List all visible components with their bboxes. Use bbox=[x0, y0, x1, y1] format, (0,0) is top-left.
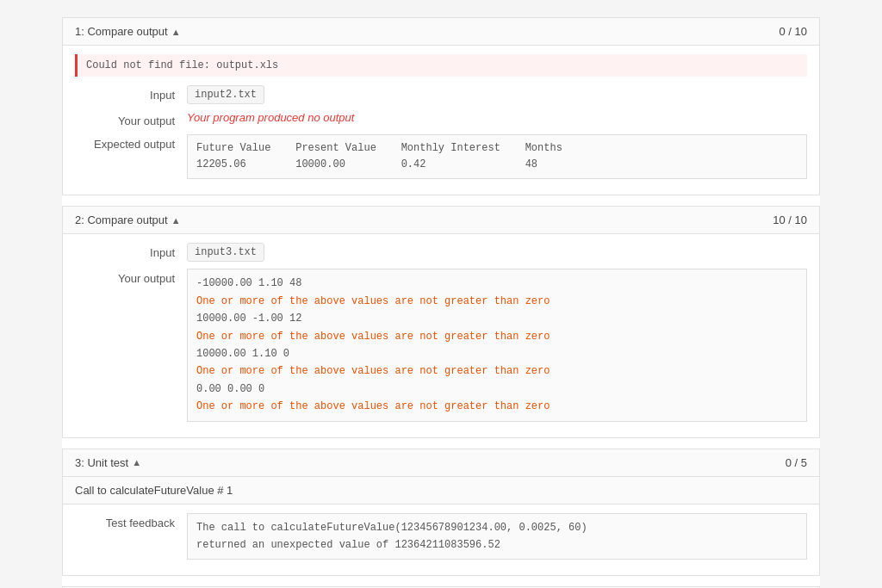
chevron-up-icon: ▲ bbox=[171, 27, 181, 37]
your-output-row-2: Your output -10000.00 1.10 48 One or mor… bbox=[75, 269, 807, 421]
your-output-row: Your output Your program produced no out… bbox=[75, 111, 807, 127]
expected-output-value: Future Value Present Value Monthly Inter… bbox=[187, 134, 807, 179]
input-row: Input input2.txt bbox=[75, 85, 807, 104]
chevron-up-icon-2: ▲ bbox=[171, 215, 181, 226]
your-output-value-2: -10000.00 1.10 48 One or more of the abo… bbox=[187, 269, 807, 421]
your-output-label: Your output bbox=[75, 111, 187, 127]
section-1-header[interactable]: 1: Compare output ▲ 0 / 10 bbox=[63, 18, 819, 46]
expected-output-table: Future Value Present Value Monthly Inter… bbox=[187, 134, 807, 179]
section-1-title: 1: Compare output ▲ bbox=[75, 25, 181, 38]
section-1-score: 0 / 10 bbox=[779, 25, 807, 38]
subsection-3-header: Call to calculateFutureValue # 1 bbox=[63, 477, 819, 504]
expected-output-row: Expected output Future Value Present Val… bbox=[75, 134, 807, 179]
feedback-value-3: The call to calculateFutureValue(1234567… bbox=[187, 513, 807, 560]
section-3-header[interactable]: 3: Unit test ▲ 0 / 5 bbox=[63, 449, 819, 477]
section-3-score: 0 / 5 bbox=[786, 456, 807, 469]
input-label: Input bbox=[75, 85, 187, 102]
feedback-box-3: The call to calculateFutureValue(1234567… bbox=[187, 513, 807, 560]
your-output-value: Your program produced no output bbox=[187, 111, 807, 124]
section-2-title: 2: Compare output ▲ bbox=[75, 214, 181, 226]
section-3: 3: Unit test ▲ 0 / 5 Call to calculateFu… bbox=[62, 449, 820, 577]
section-2: 2: Compare output ▲ 10 / 10 Input input3… bbox=[62, 206, 820, 437]
output-box-2: -10000.00 1.10 48 One or more of the abo… bbox=[187, 269, 807, 421]
section-2-header[interactable]: 2: Compare output ▲ 10 / 10 bbox=[63, 207, 819, 234]
section-1: 1: Compare output ▲ 0 / 10 Could not fin… bbox=[62, 17, 820, 195]
error-bar: Could not find file: output.xls bbox=[75, 54, 807, 77]
input-value: input2.txt bbox=[187, 85, 807, 104]
section-2-score: 10 / 10 bbox=[773, 214, 807, 226]
section-1-body: Could not find file: output.xls Input in… bbox=[63, 46, 819, 195]
section-3-body: Test feedback The call to calculateFutur… bbox=[63, 504, 819, 576]
section-3-title: 3: Unit test ▲ bbox=[75, 456, 141, 469]
feedback-label-3: Test feedback bbox=[75, 513, 187, 529]
chevron-up-icon-3: ▲ bbox=[132, 457, 141, 467]
your-output-label-2: Your output bbox=[75, 269, 187, 285]
page-container: 1: Compare output ▲ 0 / 10 Could not fin… bbox=[62, 17, 820, 588]
input-value-2: input3.txt bbox=[187, 243, 807, 262]
input-row-2: Input input3.txt bbox=[75, 243, 807, 262]
section-2-body: Input input3.txt Your output -10000.00 1… bbox=[63, 234, 819, 436]
feedback-row-3: Test feedback The call to calculateFutur… bbox=[75, 513, 807, 560]
expected-output-label: Expected output bbox=[75, 134, 187, 151]
input-label-2: Input bbox=[75, 243, 187, 259]
